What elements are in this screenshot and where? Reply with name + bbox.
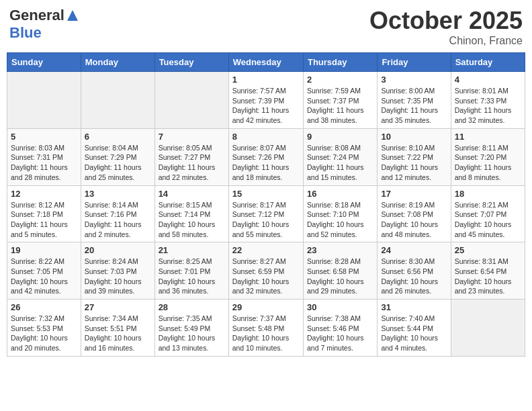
sunset-text: Sunset: 5:46 PM: [307, 324, 359, 332]
day-number: 29: [232, 302, 300, 312]
calendar-cell: [81, 72, 154, 129]
day-info: Sunrise: 8:21 AM Sunset: 7:07 PM Dayligh…: [455, 200, 521, 240]
day-number: 11: [455, 132, 521, 142]
daylight-text: Daylight: 11 hours and 12 minutes.: [381, 163, 438, 181]
daylight-text: Daylight: 10 hours and 13 minutes.: [159, 334, 216, 352]
day-info: Sunrise: 7:57 AM Sunset: 7:39 PM Dayligh…: [232, 86, 300, 126]
daylight-text: Daylight: 10 hours and 10 minutes.: [232, 334, 290, 352]
day-number: 1: [232, 75, 300, 85]
sunset-text: Sunset: 7:26 PM: [232, 153, 285, 161]
daylight-text: Daylight: 10 hours and 58 minutes.: [159, 220, 216, 238]
sunrise-text: Sunrise: 8:30 AM: [381, 257, 435, 265]
calendar-week-1: 1 Sunrise: 7:57 AM Sunset: 7:39 PM Dayli…: [7, 72, 525, 129]
day-number: 19: [11, 245, 77, 255]
sunrise-text: Sunrise: 8:10 AM: [381, 144, 435, 152]
day-info: Sunrise: 8:14 AM Sunset: 7:16 PM Dayligh…: [85, 200, 151, 240]
calendar-cell: 6 Sunrise: 8:04 AM Sunset: 7:29 PM Dayli…: [81, 128, 154, 185]
calendar-cell: 26 Sunrise: 7:32 AM Sunset: 5:53 PM Dayl…: [7, 300, 81, 357]
calendar-table: SundayMondayTuesdayWednesdayThursdayFrid…: [7, 52, 525, 357]
sunset-text: Sunset: 5:44 PM: [381, 324, 433, 332]
day-info: Sunrise: 8:31 AM Sunset: 6:54 PM Dayligh…: [455, 257, 521, 296]
day-header-saturday: Saturday: [451, 53, 525, 72]
day-number: 14: [159, 189, 225, 199]
sunrise-text: Sunrise: 7:38 AM: [307, 314, 361, 322]
day-number: 12: [11, 189, 77, 199]
calendar-cell: 28 Sunrise: 7:35 AM Sunset: 5:49 PM Dayl…: [154, 300, 228, 357]
day-info: Sunrise: 8:01 AM Sunset: 7:33 PM Dayligh…: [455, 86, 521, 126]
logo-general-text: General: [9, 7, 64, 24]
calendar-cell: 10 Sunrise: 8:10 AM Sunset: 7:22 PM Dayl…: [378, 128, 451, 185]
logo-blue-text: Blue: [9, 24, 42, 42]
day-info: Sunrise: 7:38 AM Sunset: 5:46 PM Dayligh…: [307, 314, 373, 353]
sunset-text: Sunset: 7:18 PM: [11, 210, 63, 218]
sunrise-text: Sunrise: 8:28 AM: [307, 257, 361, 265]
day-info: Sunrise: 8:05 AM Sunset: 7:27 PM Dayligh…: [159, 143, 225, 183]
sunrise-text: Sunrise: 7:34 AM: [85, 314, 138, 322]
sunset-text: Sunset: 7:33 PM: [455, 97, 507, 105]
day-number: 10: [381, 132, 447, 142]
day-info: Sunrise: 8:28 AM Sunset: 6:58 PM Dayligh…: [307, 257, 373, 296]
day-number: 2: [307, 75, 373, 85]
calendar-cell: 18 Sunrise: 8:21 AM Sunset: 7:07 PM Dayl…: [451, 185, 525, 242]
calendar-cell: 19 Sunrise: 8:22 AM Sunset: 7:05 PM Dayl…: [7, 242, 81, 300]
day-info: Sunrise: 8:08 AM Sunset: 7:24 PM Dayligh…: [307, 143, 373, 183]
day-number: 15: [232, 189, 300, 199]
sunset-text: Sunset: 7:37 PM: [307, 97, 359, 105]
sunset-text: Sunset: 7:01 PM: [159, 267, 211, 275]
calendar-cell: 20 Sunrise: 8:24 AM Sunset: 7:03 PM Dayl…: [81, 242, 154, 300]
sunset-text: Sunset: 7:05 PM: [11, 267, 63, 275]
sunrise-text: Sunrise: 7:57 AM: [232, 87, 286, 95]
sunset-text: Sunset: 6:58 PM: [307, 267, 359, 275]
sunset-text: Sunset: 7:35 PM: [381, 97, 433, 105]
day-info: Sunrise: 7:40 AM Sunset: 5:44 PM Dayligh…: [381, 314, 447, 353]
sunset-text: Sunset: 7:10 PM: [307, 210, 359, 218]
calendar-cell: 11 Sunrise: 8:11 AM Sunset: 7:20 PM Dayl…: [451, 128, 525, 185]
day-info: Sunrise: 8:12 AM Sunset: 7:18 PM Dayligh…: [11, 200, 77, 240]
day-number: 21: [159, 245, 225, 255]
sunset-text: Sunset: 6:56 PM: [381, 267, 433, 275]
sunrise-text: Sunrise: 7:35 AM: [159, 314, 212, 322]
title-section: October 2025 Chinon, France: [369, 7, 523, 47]
sunrise-text: Sunrise: 8:15 AM: [159, 201, 212, 209]
sunrise-text: Sunrise: 8:27 AM: [232, 257, 286, 265]
daylight-text: Daylight: 10 hours and 26 minutes.: [381, 277, 438, 295]
day-info: Sunrise: 7:35 AM Sunset: 5:49 PM Dayligh…: [159, 314, 225, 353]
daylight-text: Daylight: 11 hours and 42 minutes.: [232, 106, 290, 124]
day-number: 27: [85, 302, 151, 312]
day-number: 24: [381, 245, 447, 255]
sunset-text: Sunset: 5:49 PM: [159, 324, 211, 332]
day-info: Sunrise: 8:00 AM Sunset: 7:35 PM Dayligh…: [381, 86, 447, 126]
daylight-text: Daylight: 10 hours and 39 minutes.: [85, 277, 142, 295]
sunrise-text: Sunrise: 8:17 AM: [232, 201, 286, 209]
day-info: Sunrise: 8:11 AM Sunset: 7:20 PM Dayligh…: [455, 143, 521, 183]
calendar-week-2: 5 Sunrise: 8:03 AM Sunset: 7:31 PM Dayli…: [7, 128, 525, 185]
calendar-cell: 23 Sunrise: 8:28 AM Sunset: 6:58 PM Dayl…: [303, 242, 377, 300]
day-number: 17: [381, 189, 447, 199]
day-number: 16: [307, 189, 373, 199]
sunrise-text: Sunrise: 8:12 AM: [11, 201, 64, 209]
daylight-text: Daylight: 11 hours and 35 minutes.: [381, 106, 438, 124]
sunset-text: Sunset: 7:08 PM: [381, 210, 433, 218]
day-info: Sunrise: 8:03 AM Sunset: 7:31 PM Dayligh…: [11, 143, 77, 183]
sunrise-text: Sunrise: 8:07 AM: [232, 144, 286, 152]
svg-marker-0: [67, 10, 78, 21]
day-info: Sunrise: 7:32 AM Sunset: 5:53 PM Dayligh…: [11, 314, 77, 353]
sunset-text: Sunset: 7:20 PM: [455, 153, 507, 161]
day-info: Sunrise: 8:15 AM Sunset: 7:14 PM Dayligh…: [159, 200, 225, 240]
location: Chinon, France: [369, 35, 523, 47]
day-number: 18: [455, 189, 521, 199]
page-header: General Blue October 2025 Chinon, France: [7, 7, 525, 47]
daylight-text: Daylight: 10 hours and 16 minutes.: [85, 334, 142, 352]
sunset-text: Sunset: 7:03 PM: [85, 267, 137, 275]
day-info: Sunrise: 8:17 AM Sunset: 7:12 PM Dayligh…: [232, 200, 300, 240]
calendar-week-3: 12 Sunrise: 8:12 AM Sunset: 7:18 PM Dayl…: [7, 185, 525, 242]
calendar-cell: 8 Sunrise: 8:07 AM Sunset: 7:26 PM Dayli…: [228, 128, 303, 185]
daylight-text: Daylight: 11 hours and 25 minutes.: [85, 163, 142, 181]
daylight-text: Daylight: 11 hours and 28 minutes.: [11, 163, 68, 181]
sunrise-text: Sunrise: 7:37 AM: [232, 314, 286, 322]
day-header-thursday: Thursday: [303, 53, 377, 72]
daylight-text: Daylight: 11 hours and 2 minutes.: [85, 220, 142, 238]
daylight-text: Daylight: 10 hours and 36 minutes.: [159, 277, 216, 295]
calendar-cell: 12 Sunrise: 8:12 AM Sunset: 7:18 PM Dayl…: [7, 185, 81, 242]
day-header-sunday: Sunday: [7, 53, 81, 72]
